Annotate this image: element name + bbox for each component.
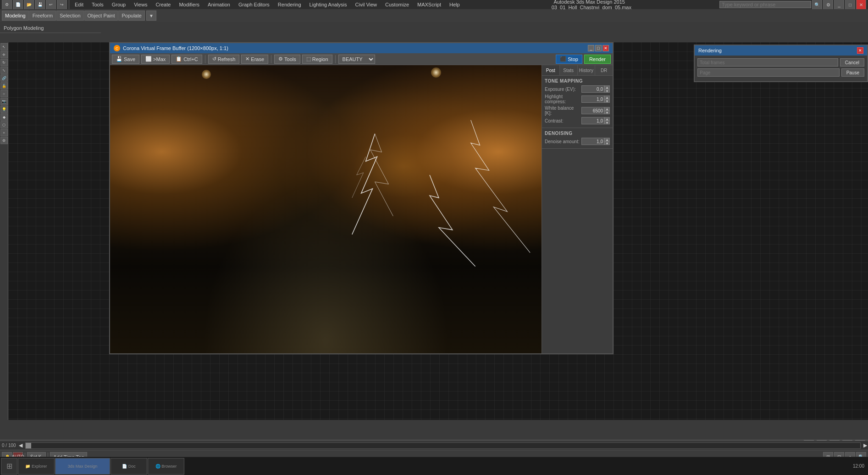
vfb-channel-select[interactable]: BEAUTY — [338, 55, 375, 64]
rendering-field-2[interactable] — [697, 68, 840, 77]
exposure-down-btn[interactable]: ▼ — [604, 89, 610, 93]
menu-graph-editors[interactable]: Graph Editors — [235, 1, 273, 8]
menu-help[interactable]: Help — [446, 1, 464, 8]
menu-rendering[interactable]: Rendering — [274, 1, 305, 8]
white-balance-spinner: ▲ ▼ — [604, 107, 610, 114]
ribbon-expand-icon[interactable]: ▼ — [146, 11, 156, 21]
timeline-nav-prev[interactable]: ◀ — [18, 442, 23, 448]
taskbar-explorer[interactable]: 📁 Explorer — [18, 458, 55, 475]
ribbon-tab-modeling[interactable]: Modeling — [2, 11, 29, 21]
menu-lighting[interactable]: Lighting Analysis — [306, 1, 351, 8]
tool-bind[interactable]: ○ — [0, 90, 8, 97]
vfb-save-btn[interactable]: 💾 Save — [112, 55, 139, 64]
wb-down-btn[interactable]: ▼ — [604, 111, 610, 114]
open-btn[interactable]: 📂 — [24, 0, 34, 10]
tool-select[interactable]: ↖ — [0, 43, 8, 50]
redo-btn[interactable]: ↪ — [57, 0, 67, 10]
menu-tools[interactable]: Tools — [88, 1, 107, 8]
minimize-icon[interactable]: _ — [834, 0, 844, 10]
ribbon-tab-object-paint[interactable]: Object Paint — [84, 11, 118, 21]
tool-scale[interactable]: ⤡ — [0, 67, 8, 74]
vfb-titlebar[interactable]: C Corona Virtual Frame Buffer (1200×800p… — [110, 43, 613, 53]
rendering-row1: Cancel — [697, 58, 864, 67]
taskbar-item2[interactable]: 📄 Doc — [111, 458, 147, 475]
vfb-tab-post[interactable]: Post — [542, 65, 560, 75]
denoise-down-btn[interactable]: ▼ — [604, 141, 610, 145]
vfb-tab-dr[interactable]: DR — [595, 65, 613, 75]
left-toolbar: ↖ ✛ ↻ ⤡ 🔗 🔓 ○ 📷 💡 ◆ ⬡ + ⚙ — [0, 42, 8, 420]
highlight-up-btn[interactable]: ▲ — [604, 95, 610, 99]
menu-edit[interactable]: Edit — [71, 1, 87, 8]
vfb-erase-btn[interactable]: ✕ Erase — [241, 55, 268, 64]
search-icon[interactable]: 🔍 — [812, 0, 822, 10]
vfb-region-btn[interactable]: ⬚ Region — [302, 55, 332, 64]
tool-camera[interactable]: 📷 — [0, 98, 8, 105]
wb-up-btn[interactable]: ▲ — [604, 107, 610, 111]
rendering-close-btn[interactable]: ✕ — [857, 47, 863, 54]
tool-move[interactable]: ✛ — [0, 51, 8, 58]
taskbar-item3[interactable]: 🌐 Browser — [148, 458, 184, 475]
menu-create[interactable]: Create — [152, 1, 174, 8]
settings-icon[interactable]: ⚙ — [823, 0, 833, 10]
maximize-icon[interactable]: □ — [845, 0, 855, 10]
tool-system[interactable]: ⚙ — [0, 137, 8, 144]
ribbon-tab-freeform[interactable]: Freeform — [29, 11, 56, 21]
menu-civil-view[interactable]: Civil View — [352, 1, 381, 8]
menu-modifiers[interactable]: Modifiers — [175, 1, 203, 8]
timeline: 0 / 100 ◀ ▶ — [0, 441, 868, 450]
rendering-field-1[interactable] — [697, 58, 838, 67]
tool-rotate[interactable]: ↻ — [0, 59, 8, 66]
vfb-render-btn[interactable]: Render — [584, 55, 611, 64]
pause-btn[interactable]: Pause — [841, 68, 864, 77]
white-balance-input[interactable] — [581, 107, 604, 114]
vfb-close-btn[interactable]: ✕ — [603, 45, 609, 51]
ribbon-tab-populate[interactable]: Populate — [118, 11, 144, 21]
denoise-input[interactable] — [581, 138, 604, 145]
highlight-spinner: ▲ ▼ — [604, 95, 610, 103]
tool-geometry[interactable]: ◆ — [0, 113, 8, 121]
vfb-refresh-btn[interactable]: ↺ Refresh — [208, 55, 240, 64]
tool-link[interactable]: 🔗 — [0, 74, 8, 82]
timeline-nav-next[interactable]: ▶ — [862, 442, 868, 448]
menu-customize[interactable]: Customize — [381, 1, 413, 8]
contrast-down-btn[interactable]: ▼ — [604, 121, 610, 124]
menu-group[interactable]: Group — [108, 1, 130, 8]
cancel-btn[interactable]: Cancel — [840, 58, 864, 67]
exposure-up-btn[interactable]: ▲ — [604, 85, 610, 89]
new-btn[interactable]: 📄 — [13, 0, 23, 10]
highlight-down-btn[interactable]: ▼ — [604, 99, 610, 103]
contrast-up-btn[interactable]: ▲ — [604, 117, 610, 121]
vfb-maximize-btn[interactable]: □ — [595, 45, 602, 51]
undo-btn[interactable]: ↩ — [46, 0, 56, 10]
ribbon-tab-selection[interactable]: Selection — [56, 11, 83, 21]
vfb-stop-btn[interactable]: ⬛ Stop — [556, 55, 582, 64]
contrast-input[interactable] — [581, 117, 604, 124]
tool-helper[interactable]: + — [0, 129, 8, 136]
region-icon: ⬚ — [306, 56, 311, 62]
menu-animation[interactable]: Animation — [204, 1, 234, 8]
viewport-area[interactable]: C Corona Virtual Frame Buffer (1200×800p… — [8, 42, 868, 420]
vfb-max-btn[interactable]: ⬜ >Max — [141, 55, 170, 64]
vfb-tab-history[interactable]: History — [578, 65, 596, 75]
exposure-input[interactable] — [581, 85, 604, 93]
close-icon[interactable]: ✕ — [856, 0, 866, 10]
vfb-tools-btn[interactable]: ⚙ Tools — [274, 55, 300, 64]
tool-unlink[interactable]: 🔓 — [0, 82, 8, 89]
highlight-input[interactable] — [581, 95, 604, 103]
tool-light[interactable]: 💡 — [0, 106, 8, 113]
vfb-tab-stats[interactable]: Stats — [560, 65, 578, 75]
vfb-copy-btn[interactable]: 📋 Ctrl+C — [171, 55, 202, 64]
search-input[interactable] — [719, 1, 811, 8]
taskbar-max[interactable]: 3ds Max Design — [55, 458, 110, 475]
taskbar-start[interactable]: ⊞ — [1, 458, 17, 475]
tools-icon: ⚙ — [278, 56, 283, 62]
vfb-minimize-btn[interactable]: _ — [588, 45, 594, 51]
save-btn[interactable]: 💾 — [35, 0, 45, 10]
menu-views[interactable]: Views — [130, 1, 151, 8]
tool-shape[interactable]: ⬡ — [0, 121, 8, 129]
timeline-track[interactable] — [25, 442, 861, 449]
timeline-thumb[interactable] — [26, 443, 31, 448]
app-icon[interactable]: ⚙ — [2, 0, 12, 10]
denoise-up-btn[interactable]: ▲ — [604, 138, 610, 141]
menu-maxscript[interactable]: MAXScript — [414, 1, 445, 8]
